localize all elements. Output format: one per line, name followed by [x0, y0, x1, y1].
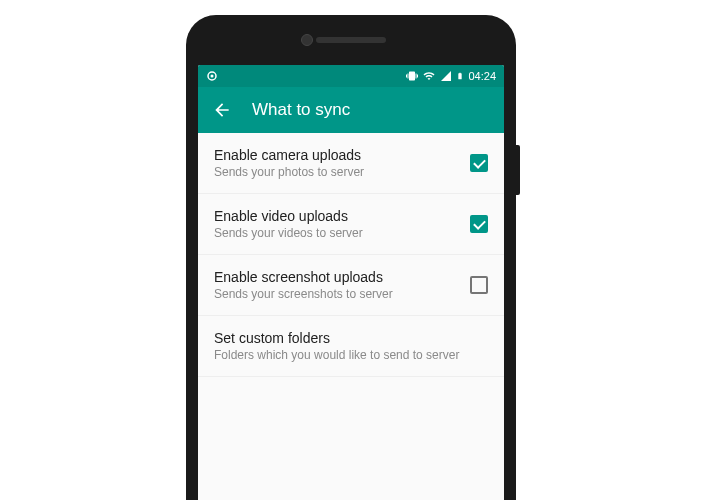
setting-subtitle: Sends your photos to server [214, 165, 470, 179]
setting-subtitle: Sends your videos to server [214, 226, 470, 240]
checkbox-unchecked-icon[interactable] [470, 276, 488, 294]
signal-icon [440, 70, 452, 82]
setting-title: Enable camera uploads [214, 147, 470, 163]
front-camera [301, 34, 313, 46]
status-left [206, 70, 218, 82]
setting-text: Enable camera uploads Sends your photos … [214, 147, 470, 179]
status-time: 04:24 [468, 70, 496, 82]
vibrate-icon [406, 70, 418, 82]
app-bar-title: What to sync [252, 100, 350, 120]
svg-point-1 [211, 75, 214, 78]
speaker [316, 37, 386, 43]
checkbox-checked-icon[interactable] [470, 154, 488, 172]
setting-text: Enable video uploads Sends your videos t… [214, 208, 470, 240]
setting-camera-uploads[interactable]: Enable camera uploads Sends your photos … [198, 133, 504, 194]
setting-text: Set custom folders Folders which you wou… [214, 330, 488, 362]
app-bar: What to sync [198, 87, 504, 133]
setting-title: Enable screenshot uploads [214, 269, 470, 285]
setting-title: Set custom folders [214, 330, 488, 346]
setting-title: Enable video uploads [214, 208, 470, 224]
setting-text: Enable screenshot uploads Sends your scr… [214, 269, 470, 301]
status-bar: 04:24 [198, 65, 504, 87]
setting-subtitle: Sends your screenshots to server [214, 287, 470, 301]
side-button [516, 145, 520, 195]
circle-icon [206, 70, 218, 82]
checkbox-checked-icon[interactable] [470, 215, 488, 233]
setting-screenshot-uploads[interactable]: Enable screenshot uploads Sends your scr… [198, 255, 504, 316]
phone-frame: 04:24 What to sync Enable camera uploads… [186, 15, 516, 500]
setting-subtitle: Folders which you would like to send to … [214, 348, 488, 362]
settings-list: Enable camera uploads Sends your photos … [198, 133, 504, 500]
back-arrow-icon[interactable] [212, 100, 232, 120]
setting-custom-folders[interactable]: Set custom folders Folders which you wou… [198, 316, 504, 377]
wifi-icon [422, 70, 436, 82]
screen: 04:24 What to sync Enable camera uploads… [198, 65, 504, 500]
setting-video-uploads[interactable]: Enable video uploads Sends your videos t… [198, 194, 504, 255]
battery-icon [456, 70, 464, 82]
